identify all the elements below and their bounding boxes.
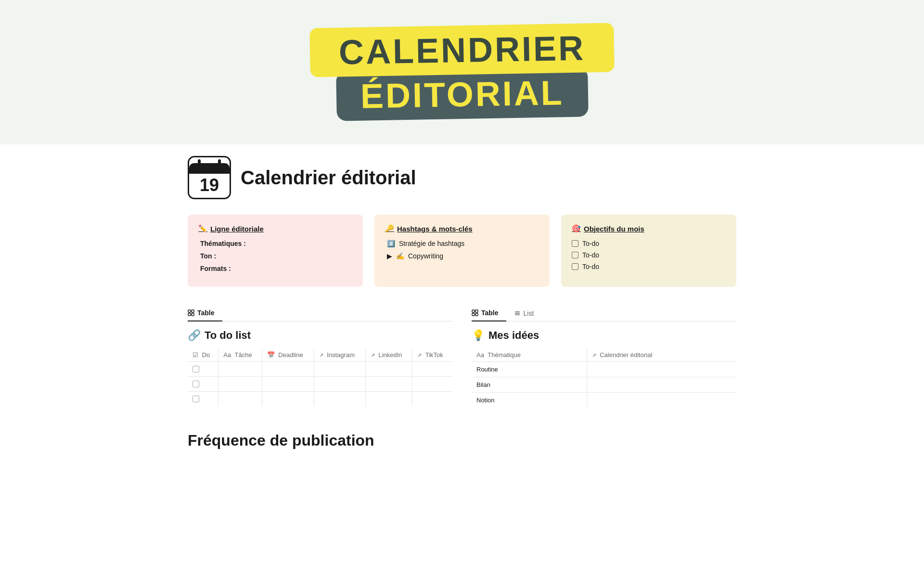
hash-icon: #️⃣ [387, 240, 395, 247]
cell-deadline-3[interactable] [262, 392, 314, 407]
arrow-icon-tt: ↗ [417, 352, 422, 358]
cell-li-1[interactable] [365, 362, 412, 377]
cards-row: ✏️ Ligne éditoriale Thématiques : Ton : … [188, 215, 736, 287]
cell-ig-3[interactable] [314, 392, 365, 407]
cell-ig-2[interactable] [314, 377, 365, 392]
table-row[interactable]: Notion [472, 393, 736, 408]
table-row[interactable] [188, 392, 452, 407]
svg-rect-4 [472, 310, 475, 312]
cell-check-1 [188, 362, 218, 377]
cell-thematique-1[interactable]: Routine [472, 362, 587, 377]
svg-rect-0 [188, 310, 191, 312]
ideas-table: Aa Thématique ↗ Calendrier éditorial Rou… [472, 348, 736, 408]
cell-thematique-2[interactable]: Bilan [472, 377, 587, 393]
page-content: 19 Calendrier éditorial ✏️ Ligne éditori… [149, 156, 775, 483]
todo-item-3: To-do [572, 263, 726, 270]
arrow-icon-ig: ↗ [319, 352, 323, 358]
todo-db-tabs: Table [188, 306, 452, 321]
calendar-icon: 19 [188, 156, 231, 199]
card-objectifs: 🎯 Objectifs du mois To-do To-do To-do [561, 215, 736, 287]
row-checkbox-1[interactable] [192, 366, 199, 372]
bulb-icon: 💡 [472, 329, 485, 342]
todo-checkbox-1[interactable] [572, 240, 578, 247]
cell-tt-3[interactable] [412, 392, 452, 407]
card-hashtags: 🔑 Hashtags & mots-clés #️⃣ Stratégie de … [374, 215, 550, 287]
col-calendrier: ↗ Calendrier éditorial [587, 348, 736, 362]
calendar-icon-top [189, 163, 230, 174]
col-thematique: Aa Thématique [472, 348, 587, 362]
ideas-db-tabs: Table List [472, 306, 736, 321]
card-thematiques: Thématiques : [198, 240, 352, 247]
hero-banner: CALENDRIER ÉDITORIAL [0, 0, 924, 144]
col-deadline: 📅 Deadline [262, 348, 314, 362]
table-icon-2 [472, 309, 478, 316]
cell-check-2 [188, 377, 218, 392]
col-do: ☑ Do [188, 348, 218, 362]
col-tache: Aa Tâche [218, 348, 262, 362]
cell-cal-2[interactable] [587, 377, 736, 393]
todo-tab-table[interactable]: Table [188, 306, 222, 321]
cell-deadline-1[interactable] [262, 362, 314, 377]
todo-item-1: To-do [572, 240, 726, 247]
arrow-icon-li: ↗ [371, 352, 375, 358]
cell-cal-3[interactable] [587, 393, 736, 408]
cell-tache-3[interactable] [218, 392, 262, 407]
card-ligne-editoriale: ✏️ Ligne éditoriale Thématiques : Ton : … [188, 215, 363, 287]
card-copywriting: ▶ ✍️ Copywriting [385, 252, 539, 260]
cell-li-2[interactable] [365, 377, 412, 392]
arrow-icon-cal: ↗ [592, 352, 596, 358]
target-icon: 🎯 [572, 224, 581, 233]
cell-tt-1[interactable] [412, 362, 452, 377]
todo-checkbox-3[interactable] [572, 263, 578, 270]
cell-cal-1[interactable] [587, 362, 736, 377]
table-row[interactable] [188, 362, 452, 377]
todo-table-header: ☑ Do Aa Tâche 📅 Deadline ↗ [188, 348, 452, 362]
table-row[interactable]: Routine [472, 362, 736, 377]
cell-tache-1[interactable] [218, 362, 262, 377]
bottom-section-heading: Fréquence de publication [188, 432, 736, 449]
calendar-icon-number: 19 [200, 177, 219, 194]
todo-checkbox-2[interactable] [572, 252, 578, 258]
key-icon: 🔑 [385, 224, 394, 233]
col-linkedin: ↗ LinkedIn [365, 348, 412, 362]
cell-deadline-2[interactable] [262, 377, 314, 392]
hero-top-pill: CALENDRIER [309, 23, 615, 77]
col-tiktok: ↗ TikTok [412, 348, 452, 362]
todo-table: ☑ Do Aa Tâche 📅 Deadline ↗ [188, 348, 452, 406]
databases-row: Table 🔗 To do list ☑ Do Aa Tâch [188, 306, 736, 408]
cell-thematique-3[interactable]: Notion [472, 393, 587, 408]
check-icon: ☑ [192, 351, 198, 359]
cell-li-3[interactable] [365, 392, 412, 407]
list-icon [514, 310, 521, 317]
svg-rect-3 [192, 313, 194, 316]
col-instagram: ↗ Instagram [314, 348, 365, 362]
cell-check-3 [188, 392, 218, 407]
row-checkbox-2[interactable] [192, 381, 199, 387]
text-icon-2: Aa [476, 351, 484, 359]
cal-icon: 📅 [267, 351, 275, 359]
triangle-icon: ▶ [387, 252, 392, 260]
ideas-tab-table[interactable]: Table [472, 306, 506, 321]
card-objectifs-title: 🎯 Objectifs du mois [572, 224, 726, 233]
title-section: 19 Calendrier éditorial [188, 156, 736, 199]
card-ligne-title: ✏️ Ligne éditoriale [198, 224, 352, 233]
card-hashtag-strategy: #️⃣ Stratégie de hashtags [385, 240, 539, 247]
todo-db-section: Table 🔗 To do list ☑ Do Aa Tâch [188, 306, 452, 408]
pencil-icon: ✏️ [198, 224, 207, 233]
table-row[interactable] [188, 377, 452, 392]
page-title: Calendrier éditorial [241, 167, 416, 189]
ideas-tab-list[interactable]: List [514, 306, 542, 321]
cell-ig-1[interactable] [314, 362, 365, 377]
cell-tt-2[interactable] [412, 377, 452, 392]
svg-rect-1 [192, 310, 194, 312]
row-checkbox-3[interactable] [192, 396, 199, 402]
todo-item-2: To-do [572, 251, 726, 259]
table-icon [188, 309, 194, 316]
hero-banner-content: CALENDRIER ÉDITORIAL [310, 26, 614, 119]
ideas-db-title: 💡 Mes idées [472, 329, 736, 342]
svg-rect-7 [475, 313, 478, 316]
table-row[interactable]: Bilan [472, 377, 736, 393]
writing-icon: ✍️ [396, 252, 404, 260]
cell-tache-2[interactable] [218, 377, 262, 392]
hero-top-text: CALENDRIER [338, 29, 585, 72]
